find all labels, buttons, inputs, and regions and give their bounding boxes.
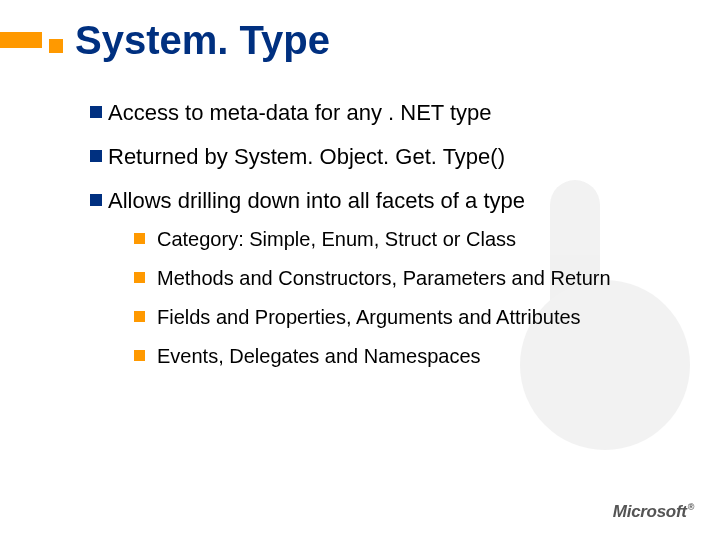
square-bullet-icon bbox=[90, 194, 102, 206]
square-bullet-icon bbox=[134, 233, 145, 244]
sub-bullet-item: Fields and Properties, Arguments and Att… bbox=[134, 306, 690, 329]
sub-bullet-list: Category: Simple, Enum, Struct or Class … bbox=[134, 228, 690, 368]
sub-bullet-text: Events, Delegates and Namespaces bbox=[157, 345, 481, 368]
square-bullet-icon bbox=[90, 150, 102, 162]
microsoft-logo: Microsoft® bbox=[613, 502, 694, 522]
sub-bullet-item: Methods and Constructors, Parameters and… bbox=[134, 267, 690, 290]
square-bullet-icon bbox=[134, 272, 145, 283]
logo-text: Microsoft bbox=[613, 502, 687, 521]
sub-bullet-item: Category: Simple, Enum, Struct or Class bbox=[134, 228, 690, 251]
square-bullet-icon bbox=[90, 106, 102, 118]
slide-body: Access to meta-data for any . NET type R… bbox=[90, 100, 690, 384]
square-bullet-icon bbox=[134, 311, 145, 322]
registered-mark: ® bbox=[688, 502, 694, 512]
slide-title: System. Type bbox=[75, 18, 330, 63]
square-bullet-icon bbox=[134, 350, 145, 361]
bullet-text: Access to meta-data for any . NET type bbox=[108, 100, 492, 126]
slide-title-row: System. Type bbox=[49, 18, 330, 63]
square-bullet-icon bbox=[49, 39, 63, 53]
sub-bullet-text: Category: Simple, Enum, Struct or Class bbox=[157, 228, 516, 251]
bullet-item: Allows drilling down into all facets of … bbox=[90, 188, 690, 214]
sub-bullet-text: Fields and Properties, Arguments and Att… bbox=[157, 306, 581, 329]
bullet-item: Access to meta-data for any . NET type bbox=[90, 100, 690, 126]
sub-bullet-item: Events, Delegates and Namespaces bbox=[134, 345, 690, 368]
sub-bullet-text: Methods and Constructors, Parameters and… bbox=[157, 267, 611, 290]
bullet-text: Allows drilling down into all facets of … bbox=[108, 188, 525, 214]
bullet-item: Returned by System. Object. Get. Type() bbox=[90, 144, 690, 170]
accent-bar bbox=[0, 32, 42, 48]
bullet-text: Returned by System. Object. Get. Type() bbox=[108, 144, 505, 170]
